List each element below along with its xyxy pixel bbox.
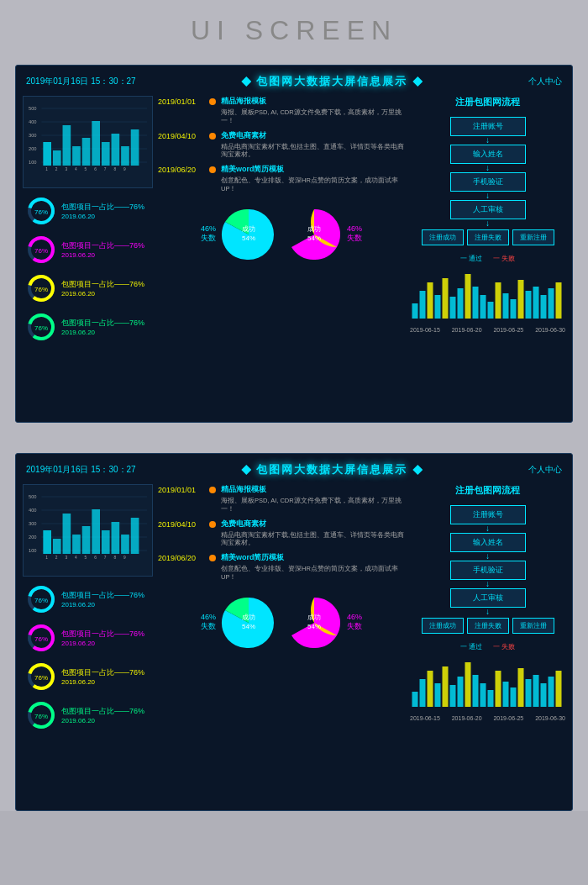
- svg-text:9: 9: [123, 167, 126, 171]
- svg-rect-128: [549, 677, 554, 707]
- panel-body-1: 500 400 300 200 100: [23, 96, 565, 415]
- pie-group-1: 46% 失数 成功 54%: [201, 205, 278, 264]
- metric-date-3: 2019.06.20: [61, 329, 144, 336]
- metric-label-p2-1: 包图项目一占比——76%: [61, 629, 144, 640]
- svg-text:76%: 76%: [34, 286, 48, 293]
- tl-desc-2: 创意配色、专业排版、资深HR点赞的简历文案，成功面试率UP！: [221, 176, 405, 193]
- page-title: UI SCREEN: [0, 0, 588, 56]
- date-label-0: 2019-06-15: [410, 327, 440, 333]
- metric-date-0: 2019.06.20: [61, 213, 144, 220]
- svg-rect-77: [63, 514, 71, 554]
- svg-rect-84: [131, 518, 139, 554]
- mini-bar-chart-2: [410, 658, 565, 709]
- metric-card-3: 76% 包图项目一占比——76% 2019.06.20: [23, 309, 153, 345]
- svg-rect-45: [412, 303, 418, 319]
- tl-dot-p2-1: [209, 521, 216, 528]
- metric-card-0: 76% 包图项目一占比——76% 2019.06.20: [23, 193, 153, 229]
- svg-rect-63: [549, 288, 554, 319]
- svg-rect-112: [428, 671, 433, 707]
- svg-rect-60: [526, 291, 532, 319]
- svg-rect-54: [480, 295, 486, 319]
- flow-step-0: 注册账号: [450, 117, 526, 136]
- svg-text:200: 200: [29, 146, 37, 151]
- panel-header-2: 2019年01月16日 15：30：27 包图网大数据大屏信息展示 个人中心: [23, 461, 565, 479]
- dashboard-panel-1: 2019年01月16日 15：30：27 包图网大数据大屏信息展示 个人中心 5…: [15, 65, 573, 423]
- right-column-1: 注册包图网流程 注册账号 ↓ 输入姓名 ↓ 手机验证 ↓ 人工审核 ↓ 注册成功…: [410, 96, 565, 415]
- svg-rect-111: [420, 679, 426, 707]
- flow-arrow-3: ↓: [486, 219, 490, 228]
- svg-text:400: 400: [29, 119, 37, 124]
- svg-rect-46: [420, 291, 426, 319]
- tl-date-p2-1: 2019/04/10: [158, 520, 204, 529]
- pie-group-p2-2: 成功 54% 46% 失数: [285, 593, 362, 652]
- tl-title-p2-2: 精美word简历模板: [221, 552, 405, 563]
- svg-text:76%: 76%: [34, 208, 48, 216]
- svg-rect-11: [53, 150, 61, 166]
- flow-step-3: 人工审核: [450, 200, 526, 219]
- svg-rect-129: [556, 671, 562, 707]
- flow-step-success: 注册成功: [422, 229, 464, 245]
- svg-rect-16: [102, 142, 110, 166]
- svg-text:7: 7: [104, 167, 107, 171]
- svg-rect-118: [473, 675, 479, 707]
- tl-desc-p2-1: 精品电商淘宝素材下载,包括主图、直通车、详情页等各类电商淘宝素材。: [221, 531, 405, 548]
- svg-rect-47: [428, 282, 433, 319]
- flow-step-p2-3: 人工审核: [450, 588, 526, 608]
- tl-dot-1: [209, 133, 216, 140]
- bar-date-labels-2: 2019-06-15 2019-06-20 2019-06-25 2019-06…: [410, 715, 565, 721]
- metric-date-1: 2019.06.20: [61, 251, 144, 259]
- svg-rect-114: [443, 666, 449, 707]
- svg-rect-18: [121, 146, 129, 166]
- panel-title-1: 包图网大数据大屏信息展示: [236, 74, 428, 89]
- metric-text-2: 包图项目一占比——76% 2019.06.20: [61, 279, 144, 298]
- flow-step-p2-0: 注册账号: [450, 505, 526, 524]
- tl-desc-0: 海报、展板PSD, AI, CDR源文件免费下载，高质素材，万里挑一！: [221, 108, 405, 125]
- reg-flow-title-1: 注册包图网流程: [410, 96, 565, 108]
- svg-rect-55: [488, 302, 494, 319]
- date-label-p2-2: 2019-06-25: [493, 715, 523, 721]
- svg-text:4: 4: [75, 556, 77, 560]
- panel-time-2: 2019年01月16日 15：30：27: [26, 464, 136, 476]
- left-column-1: 500 400 300 200 100: [23, 96, 153, 415]
- svg-rect-126: [533, 675, 539, 707]
- svg-rect-121: [496, 671, 501, 707]
- metric-cards-1: 76% 包图项目一占比——76% 2019.06.20 76%: [23, 193, 153, 345]
- svg-rect-78: [72, 535, 81, 554]
- metric-date-p2-0: 2019.06.20: [61, 601, 144, 608]
- tl-content-1: 免费电商素材 精品电商淘宝素材下载,包括主图、直通车、详情页等各类电商淘宝素材。: [221, 130, 405, 160]
- pie-group-p2-1: 46% 失数 成功 54%: [201, 593, 278, 652]
- svg-text:100: 100: [29, 160, 37, 165]
- svg-text:3: 3: [65, 556, 67, 560]
- svg-rect-56: [496, 282, 501, 319]
- bar-date-labels-1: 2019-06-15 2019-06-20 2019-06-25 2019-06…: [410, 327, 565, 333]
- reg-flow-title-2: 注册包图网流程: [410, 484, 565, 497]
- svg-rect-117: [465, 662, 471, 707]
- tl-title-2: 精美word简历模板: [221, 164, 405, 175]
- svg-rect-79: [82, 526, 91, 554]
- svg-rect-61: [533, 287, 539, 319]
- tl-date-2: 2019/06/20: [158, 166, 204, 174]
- svg-text:6: 6: [94, 167, 97, 171]
- svg-text:76%: 76%: [34, 324, 48, 332]
- pie-success-label-2: 46% 失数: [347, 224, 362, 244]
- svg-rect-75: [43, 530, 51, 554]
- flow-step-2: 手机验证: [450, 172, 526, 192]
- pie-chart-svg-2: 成功 54%: [285, 205, 344, 264]
- flow-steps-2: 注册账号 ↓ 输入姓名 ↓ 手机验证 ↓ 人工审核 ↓ 注册成功 注册失败 重新…: [410, 505, 565, 634]
- flow-step-1: 输入姓名: [450, 145, 526, 164]
- pie-group-2: 成功 54% 46% 失数: [285, 205, 362, 264]
- panel-user-2: 个人中心: [528, 464, 562, 476]
- metric-date-p2-2: 2019.06.20: [61, 678, 144, 686]
- panel-header-1: 2019年01月16日 15：30：27 包图网大数据大屏信息展示 个人中心: [23, 72, 565, 91]
- timeline-item-p2-1: 2019/04/10 免费电商素材 精品电商淘宝素材下载,包括主图、直通车、详情…: [158, 519, 405, 548]
- svg-rect-76: [53, 539, 61, 554]
- svg-rect-14: [82, 138, 91, 166]
- svg-rect-62: [541, 295, 547, 319]
- bar-chart-1: 500 400 300 200 100: [23, 96, 153, 188]
- metric-label-1: 包图项目一占比——76%: [61, 240, 144, 251]
- tl-title-p2-0: 精品海报模板: [221, 484, 405, 495]
- metric-text-0: 包图项目一占比——76% 2019.06.20: [61, 202, 144, 220]
- flow-step-fail: 注册失败: [467, 229, 509, 245]
- pie-chart-svg-1: 成功 54%: [219, 205, 278, 264]
- svg-rect-12: [63, 125, 71, 166]
